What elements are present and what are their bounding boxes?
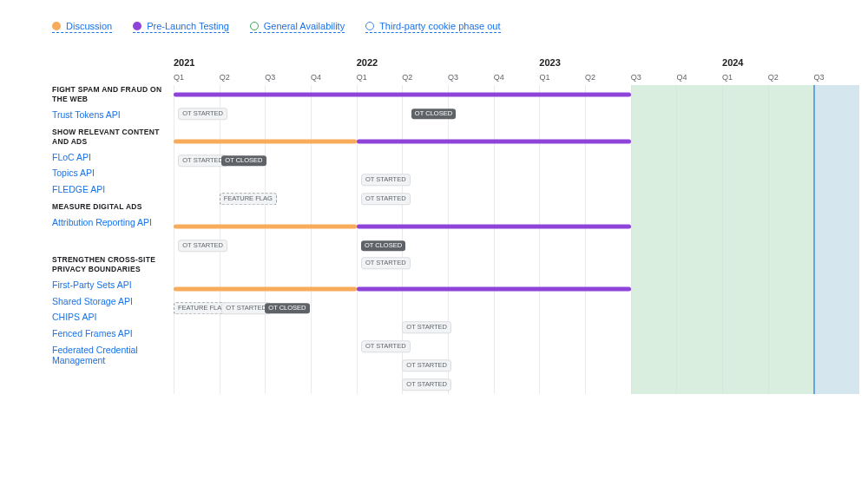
legend-label: General Availability	[264, 21, 345, 31]
quarter-label: Q3	[813, 73, 859, 85]
legend-label: Third-party cookie phase out	[379, 21, 500, 31]
row-labels-column: FIGHT SPAM AND FRAUD ON THE WEBTrust Tok…	[52, 57, 174, 394]
testing-bar	[174, 93, 631, 97]
api-row: OT STARTED	[174, 356, 859, 375]
year-label: 2024	[722, 57, 859, 69]
event-pill-ot-started: OT STARTED	[221, 302, 271, 314]
event-pill-ot-started: OT STARTED	[178, 108, 227, 120]
quarter-label: Q4	[494, 73, 540, 85]
api-row: FEATURE FLAGOT STARTED	[174, 189, 859, 208]
event-pill-feature-flag: FEATURE FLAG	[220, 193, 277, 205]
api-link[interactable]: FLoC API	[52, 152, 174, 163]
quarter-label: Q1	[539, 73, 585, 85]
section-bar-row	[174, 217, 859, 236]
legend-item-2[interactable]: General Availability	[250, 21, 345, 33]
quarter-header: Q1Q2Q3Q4Q1Q2Q3Q4Q1Q2Q3Q4Q1Q2Q3	[174, 73, 859, 85]
event-pill-ot-closed: OT CLOSED	[265, 303, 309, 313]
event-pill-ot-started: OT STARTED	[361, 174, 411, 186]
quarter-label: Q1	[357, 73, 403, 85]
legend-label: Discussion	[66, 21, 112, 31]
event-pill-ot-started: OT STARTED	[361, 193, 411, 205]
api-row: OT STARTEDOT CLOSED	[174, 104, 859, 123]
api-link[interactable]: Shared Storage API	[52, 296, 174, 307]
api-row: OT STARTED	[174, 170, 859, 189]
section-bar-row	[174, 85, 859, 104]
event-pill-ot-started: OT STARTED	[402, 378, 451, 391]
api-row: FEATURE FLAGOT STARTEDOT CLOSED	[174, 299, 859, 318]
gantt-chart: FIGHT SPAM AND FRAUD ON THE WEBTrust Tok…	[52, 57, 859, 394]
year-header: 2021202220232024	[174, 57, 859, 69]
api-link[interactable]: FLEDGE API	[52, 184, 174, 195]
api-link[interactable]: Federated Credential Management	[52, 345, 174, 366]
event-pill-ot-started: OT STARTED	[178, 240, 227, 252]
discussion-bar	[174, 140, 357, 144]
quarter-label: Q2	[585, 73, 631, 85]
api-link[interactable]: First-Party Sets API	[52, 279, 174, 291]
discussion-bar	[174, 287, 357, 292]
testing-bar	[357, 140, 631, 144]
api-link[interactable]: Topics API	[52, 168, 174, 179]
event-pill-ot-started: OT STARTED	[402, 359, 451, 371]
year-label: 2022	[357, 57, 540, 69]
api-row: OT STARTED	[174, 337, 859, 356]
event-pill-ot-started: OT STARTED	[361, 340, 411, 352]
section-heading: SHOW RELEVANT CONTENT AND ADS	[52, 128, 174, 147]
quarter-label: Q4	[676, 73, 722, 85]
api-link[interactable]: Fenced Frames API	[52, 328, 174, 339]
quarter-label: Q1	[722, 73, 768, 85]
event-pill-ot-closed: OT CLOSED	[411, 108, 456, 119]
quarter-label: Q3	[448, 73, 494, 85]
section-bar-row	[174, 132, 859, 151]
quarter-label: Q2	[402, 73, 448, 85]
section-heading: STRENGTHEN CROSS-SITE PRIVACY BOUNDARIES	[52, 255, 174, 274]
quarter-label: Q4	[311, 73, 357, 85]
testing-bar	[357, 225, 631, 229]
legend-item-3[interactable]: Third-party cookie phase out	[365, 21, 500, 33]
legend-swatch	[365, 22, 374, 30]
legend-label: Pre-Launch Testing	[147, 21, 229, 31]
legend-item-0[interactable]: Discussion	[52, 21, 112, 33]
api-row: OT STARTEDOT CLOSED	[174, 236, 859, 255]
api-link[interactable]: CHIPS API	[52, 312, 174, 323]
legend-swatch	[250, 22, 259, 30]
section-bar-row	[174, 279, 859, 299]
event-pill-ot-started: OT STARTED	[402, 321, 451, 333]
legend-swatch	[52, 22, 61, 30]
legend-item-1[interactable]: Pre-Launch Testing	[133, 21, 229, 33]
quarter-label: Q3	[265, 73, 311, 85]
event-pill-ot-closed: OT CLOSED	[221, 155, 266, 166]
api-link[interactable]: Trust Tokens API	[52, 109, 174, 121]
timeline-column: 2021202220232024 Q1Q2Q3Q4Q1Q2Q3Q4Q1Q2Q3Q…	[174, 57, 859, 394]
section-heading: MEASURE DIGITAL ADS	[52, 202, 174, 212]
api-row: OT STARTED	[174, 375, 859, 394]
event-pill-ot-started: OT STARTED	[361, 257, 411, 269]
section-heading: FIGHT SPAM AND FRAUD ON THE WEB	[52, 85, 174, 104]
discussion-bar	[174, 225, 357, 229]
quarter-label: Q1	[174, 73, 220, 85]
quarter-label: Q2	[768, 73, 814, 85]
year-label: 2021	[174, 57, 357, 69]
gantt-rows: OT STARTEDOT CLOSEDOT STARTEDOT CLOSEDOT…	[174, 85, 859, 394]
testing-bar	[357, 287, 631, 292]
api-link[interactable]: Attribution Reporting API	[52, 217, 174, 228]
year-label: 2023	[539, 57, 722, 69]
quarter-label: Q3	[631, 73, 677, 85]
api-row: OT STARTEDOT CLOSED	[174, 151, 859, 170]
event-pill-ot-closed: OT CLOSED	[361, 240, 405, 251]
legend-swatch	[133, 22, 141, 30]
legend: DiscussionPre-Launch TestingGeneral Avai…	[52, 21, 859, 33]
quarter-label: Q2	[220, 73, 266, 85]
event-pill-ot-started: OT STARTED	[178, 154, 227, 167]
api-row: OT STARTED	[174, 318, 859, 337]
api-row-extra: OT STARTED	[174, 255, 859, 271]
